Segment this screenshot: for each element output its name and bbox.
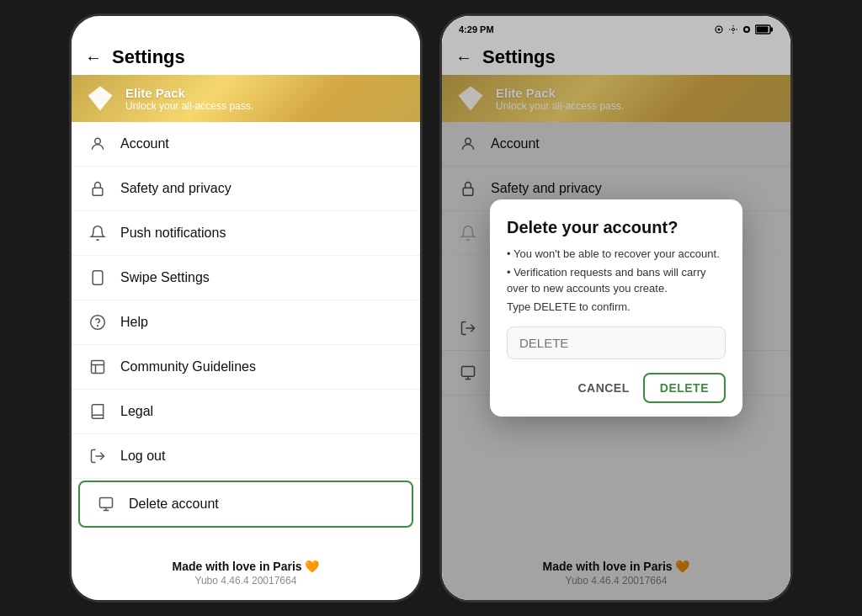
dialog-cancel-button[interactable]: CANCEL [577, 381, 629, 395]
svg-rect-5 [93, 271, 103, 285]
svg-rect-4 [93, 188, 103, 195]
swipe-label: Swipe Settings [120, 270, 210, 285]
svg-point-6 [91, 316, 105, 330]
left-footer: Made with love in Paris 🧡 Yubo 4.46.4 20… [72, 546, 420, 600]
left-header-title: Settings [112, 46, 185, 68]
dialog-overlay: Delete your account? • You won't be able… [442, 16, 790, 600]
settings-item-account[interactable]: Account [72, 122, 420, 167]
lock-icon [88, 179, 107, 198]
settings-item-community[interactable]: Community Guidelines [72, 345, 420, 390]
dialog-body: • You won't be able to recover your acco… [507, 246, 726, 315]
help-label: Help [120, 315, 148, 330]
dialog-delete-button[interactable]: DELETE [643, 373, 726, 403]
left-elite-subtitle: Unlock your all-access pass. [125, 100, 253, 112]
right-phone: 4:29 PM ← Settings [439, 13, 793, 603]
safety-label: Safety and privacy [120, 181, 231, 196]
dialog-title: Delete your account? [507, 218, 726, 237]
settings-item-delete[interactable]: Delete account [78, 481, 413, 528]
svg-point-3 [95, 138, 101, 144]
left-phone: ← Settings Elite Pack Unlock your all-ac… [69, 13, 423, 603]
help-icon [88, 313, 107, 332]
settings-item-legal[interactable]: Legal [72, 390, 420, 434]
settings-item-push[interactable]: Push notifications [72, 211, 420, 256]
community-label: Community Guidelines [120, 359, 256, 374]
swipe-icon [88, 268, 107, 287]
svg-marker-2 [88, 95, 100, 110]
back-arrow-left[interactable]: ← [85, 48, 102, 67]
delete-dialog: Delete your account? • You won't be able… [490, 199, 742, 417]
dialog-buttons: CANCEL DELETE [507, 373, 726, 403]
settings-item-swipe[interactable]: Swipe Settings [72, 256, 420, 300]
legal-icon [88, 402, 107, 421]
svg-rect-8 [92, 361, 104, 374]
delete-account-label: Delete account [129, 497, 219, 512]
left-app-header: ← Settings [72, 40, 420, 75]
dialog-bullet3: Type DELETE to confirm. [507, 299, 726, 316]
left-settings-list: Account Safety and privacy Push notifica… [72, 122, 420, 546]
logout-icon [88, 447, 107, 465]
left-elite-banner[interactable]: Elite Pack Unlock your all-access pass. [72, 75, 420, 122]
legal-label: Legal [120, 404, 153, 419]
bell-icon [88, 224, 107, 242]
delete-icon [97, 495, 115, 513]
left-footer-main: Made with love in Paris 🧡 [85, 560, 407, 573]
delete-confirm-input[interactable] [507, 327, 726, 359]
diamond-icon-left [85, 83, 115, 114]
left-elite-title: Elite Pack [125, 86, 253, 100]
account-label: Account [120, 136, 169, 151]
left-footer-sub: Yubo 4.46.4 20017664 [85, 575, 407, 587]
person-icon [88, 135, 107, 153]
svg-rect-12 [100, 498, 113, 508]
community-icon [88, 358, 107, 376]
dialog-bullet2: • Verification requests and bans will ca… [507, 264, 726, 297]
settings-item-help[interactable]: Help [72, 300, 420, 345]
push-label: Push notifications [120, 226, 226, 241]
dialog-bullet1: • You won't be able to recover your acco… [507, 246, 726, 263]
settings-item-safety[interactable]: Safety and privacy [72, 167, 420, 211]
settings-item-logout[interactable]: Log out [72, 434, 420, 479]
logout-label: Log out [120, 449, 165, 464]
svg-point-7 [98, 326, 98, 327]
left-elite-text: Elite Pack Unlock your all-access pass. [125, 86, 253, 112]
